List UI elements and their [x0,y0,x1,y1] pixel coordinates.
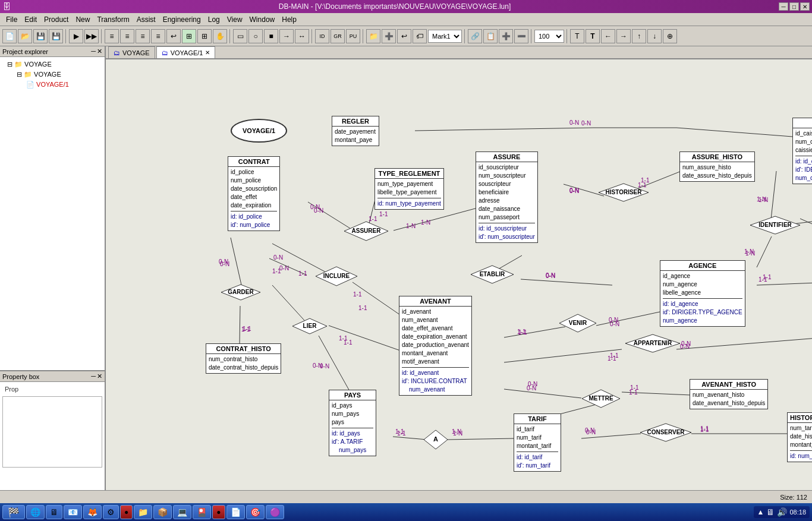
toolbar-up[interactable]: ↑ [632,29,646,43]
toolbar-back[interactable]: ↩ [397,29,411,43]
toolbar-grid2[interactable]: ⊞ [197,29,212,43]
entity-avenant[interactable]: AVENANT id_avenant num_avenant date_effe… [399,296,472,396]
toolbar-down[interactable]: ↓ [647,29,662,43]
toolbar-copy[interactable]: 📋 [483,29,498,43]
taskbar-doc[interactable]: 📄 [226,505,245,519]
toolbar-btn2[interactable]: ≡ [120,29,134,43]
toolbar-btn5[interactable]: ↩ [166,29,181,43]
project-explorer-minimize[interactable]: ─ [91,48,96,55]
toolbar-arrow[interactable]: → [279,29,294,43]
relation-etablir[interactable]: ETABLIR [470,265,514,285]
taskbar-pkg[interactable]: 📦 [153,505,172,519]
taskbar-purple[interactable]: 🟣 [266,505,284,519]
minimize-button[interactable]: ─ [779,2,788,11]
toolbar-btn4[interactable]: ≡ [151,29,165,43]
relation-conserver[interactable]: CONSERVER [640,423,692,443]
entity-contrat-histo[interactable]: CONTRAT_HISTO num_contrat_histo date_con… [206,343,281,374]
menu-view[interactable]: View [224,14,246,25]
diagram-canvas[interactable]: 0-N 0-N 1-1 1-N 0-N 1-1 1- [106,59,812,490]
tree-item-voyage1[interactable]: 📄 VOYAGE/1 [2,80,102,90]
relation-a[interactable]: A [423,430,448,451]
relation-appartenir[interactable]: APPARTENIR [625,334,681,354]
taskbar-ie[interactable]: 🌐 [26,505,45,519]
relation-venir[interactable]: VENIR [559,314,597,334]
menu-new[interactable]: New [72,14,93,25]
toolbar-add[interactable]: ➕ [499,29,513,43]
tree-item-voyage-root[interactable]: ⊟ 📁 VOYAGE [2,59,102,70]
toolbar-square[interactable]: ■ [264,29,278,43]
property-box-minimize[interactable]: ─ [91,372,96,380]
relation-lier[interactable]: LIER [292,318,328,334]
toolbar-play[interactable]: ▶ [69,29,83,43]
close-button[interactable]: ✕ [800,2,810,11]
entity-pays[interactable]: PAYS id_pays num_pays pays id: id_pays i… [329,390,376,456]
entity-assure-histo[interactable]: ASSURE_HISTO num_assure_histo date_assur… [679,151,755,182]
entity-regler[interactable]: REGLER date_payement montant_paye [332,116,379,146]
toolbar-play2[interactable]: ▶▶ [84,29,99,43]
entity-caisse[interactable]: CAISSE id_caisse num_caisse caissiere id… [792,118,812,184]
toolbar-link[interactable]: 🔗 [468,29,482,43]
project-explorer-close[interactable]: ✕ [97,48,102,55]
maximize-button[interactable]: □ [789,2,799,11]
tab-voyage1[interactable]: 🗂 VOYAGE/1 ✕ [156,46,216,58]
start-button[interactable]: 🏁 [2,505,25,519]
toolbar-rect[interactable]: ▭ [233,29,247,43]
taskbar-red[interactable]: ● [120,505,133,519]
property-box-close[interactable]: ✕ [97,372,102,380]
relation-inclure[interactable]: INCLURE [315,266,358,286]
toolbar-right[interactable]: → [616,29,631,43]
toolbar-gr[interactable]: GR [331,29,345,43]
menu-assist[interactable]: Assist [133,14,159,25]
entity-historique-tarif[interactable]: HISTORIQUE_TARIF num_tarif_histo date_hi… [787,412,812,462]
toolbar-btn1[interactable]: ≡ [105,29,119,43]
entity-voyage1[interactable]: VOYAGE/1 [231,119,287,143]
zoom-select[interactable]: 100 [534,30,564,43]
taskbar-folder[interactable]: 📁 [134,505,152,519]
taskbar-hp[interactable]: 🖥 [46,505,62,519]
menu-file[interactable]: File [2,14,21,25]
menu-product[interactable]: Product [40,14,72,25]
toolbar-pu[interactable]: PU [346,29,360,43]
toolbar-save-all[interactable]: 💾 [49,29,63,43]
menu-window[interactable]: Window [246,14,279,25]
menu-transform[interactable]: Transform [93,14,133,25]
taskbar-firefox[interactable]: 🦊 [83,505,102,519]
toolbar-btn3[interactable]: ≡ [136,29,150,43]
entity-agence[interactable]: AGENCE id_agence num_agence libelle_agen… [660,260,745,327]
entity-contrat[interactable]: CONTRAT id_police num_police date_souscr… [228,156,280,231]
entity-tarif[interactable]: TARIF id_tarif num_tarif montant_tarif i… [514,413,561,472]
taskbar-target[interactable]: 🎯 [246,505,265,519]
toolbar-plus[interactable]: ➕ [382,29,396,43]
toolbar-tag[interactable]: 🏷 [413,29,427,43]
taskbar-red2[interactable]: ● [212,505,225,519]
menu-engineering[interactable]: Engineering [159,14,204,25]
taskbar-cards[interactable]: 🎴 [193,505,211,519]
toolbar-mark-select[interactable]: Mark1 [428,30,462,43]
tree-item-voyage[interactable]: ⊟ 📁 VOYAGE [2,70,102,80]
toolbar-folder[interactable]: 📁 [366,29,380,43]
toolbar-connect[interactable]: ↔ [295,29,309,43]
relation-historiser[interactable]: HISTORISER [598,183,649,202]
relation-identifier[interactable]: IDENTIFIER [750,216,801,235]
toolbar-remove[interactable]: ➖ [514,29,528,43]
menu-edit[interactable]: Edit [21,14,40,25]
toolbar-grid[interactable]: ⊞ [182,29,196,43]
toolbar-hand[interactable]: ✋ [213,29,227,43]
tab-close-icon[interactable]: ✕ [205,49,210,56]
tab-voyage[interactable]: 🗂 VOYAGE [108,46,155,58]
taskbar-monitor[interactable]: 💻 [173,505,191,519]
toolbar-extra[interactable]: ⊕ [663,29,677,43]
relation-garder[interactable]: GARDER [221,284,261,301]
toolbar-circle[interactable]: ○ [248,29,263,43]
taskbar-mail[interactable]: 📧 [64,505,82,519]
toolbar-new[interactable]: 📄 [2,29,17,43]
entity-assure[interactable]: ASSURE id_souscripteur num_souscripteur … [476,151,538,243]
taskbar-tools[interactable]: ⚙ [103,505,119,519]
menu-help[interactable]: Help [278,14,300,25]
toolbar-open[interactable]: 📂 [18,29,32,43]
toolbar-id[interactable]: ID [315,29,329,43]
relation-mettre[interactable]: METTRE [581,389,621,409]
toolbar-bold[interactable]: T [586,29,600,43]
relation-assurer[interactable]: ASSURER [344,221,389,241]
entity-type-reglement[interactable]: TYPE_REGLEMENT num_type_payement libelle… [374,168,444,210]
